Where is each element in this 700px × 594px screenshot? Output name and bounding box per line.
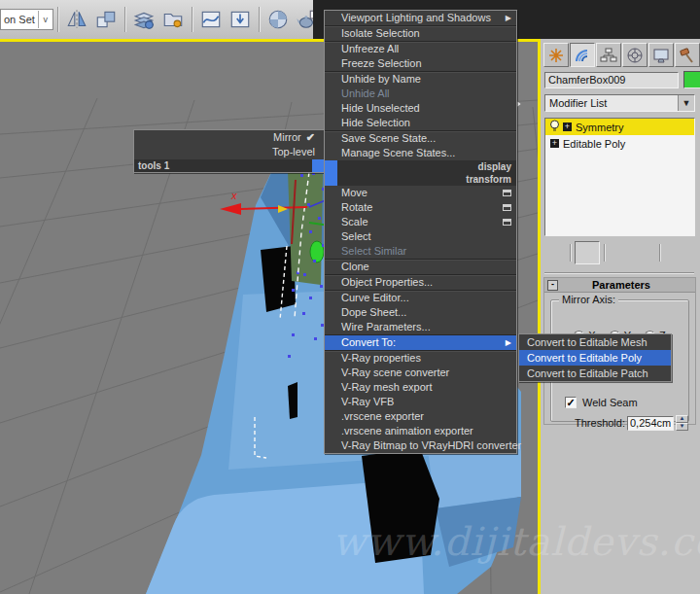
show-end-result-button[interactable]: [575, 241, 600, 264]
collapse-icon[interactable]: -: [547, 280, 558, 291]
settings-dialog-icon[interactable]: [503, 219, 511, 226]
menu-item-unfreeze-all[interactable]: Unfreeze All: [325, 42, 516, 56]
menu-item-move[interactable]: Move: [325, 186, 516, 200]
command-panel-tabs: [543, 43, 700, 67]
remove-modifier-button[interactable]: [632, 242, 655, 263]
menu-item-vrscene-exporter[interactable]: .vrscene exporter: [325, 409, 516, 424]
menu-item-select[interactable]: Select: [325, 229, 516, 244]
menu-item-wire-parameters[interactable]: Wire Parameters...: [325, 320, 516, 335]
named-selection-set-dropdown[interactable]: on Set v: [0, 9, 53, 30]
menu-item-v-ray-bitmap-to-vrayhdri-converter[interactable]: V-Ray Bitmap to VRayHDRI converter: [325, 438, 516, 453]
pin-stack-button[interactable]: [542, 242, 566, 263]
menu-item-object-properties[interactable]: Object Properties...: [325, 275, 516, 291]
spinner-down-icon[interactable]: ▼: [676, 423, 688, 431]
schematic-view-icon[interactable]: [228, 7, 253, 32]
menu-item-hide-unselected[interactable]: Hide Unselected: [325, 101, 516, 116]
modify-tab[interactable]: [570, 43, 595, 67]
axis-label-x: x: [230, 190, 237, 201]
application-window: on Set v: [0, 0, 700, 594]
toolbar-separator: [192, 7, 192, 32]
modifier-list-dropdown[interactable]: Modifier List ▼: [544, 94, 695, 112]
menu-item-vrscene-animation-exporter[interactable]: .vrscene animation exporter: [325, 424, 516, 438]
object-color-swatch[interactable]: [683, 71, 700, 88]
menu-item-v-ray-mesh-export[interactable]: V-Ray mesh export: [325, 380, 516, 395]
threshold-spinner: ▲ ▼: [676, 415, 688, 431]
submenu-item-convert-to-editable-patch[interactable]: Convert to Editable Patch: [519, 366, 671, 381]
parameters-rollout-header[interactable]: - Parameters: [544, 278, 695, 293]
menu-item-mirror[interactable]: Mirror✔: [134, 130, 325, 145]
bulb-icon[interactable]: [545, 120, 561, 135]
expand-plus-icon[interactable]: +: [563, 122, 572, 131]
toolbar-separator: [259, 7, 260, 32]
hierarchy-tab[interactable]: [596, 43, 621, 67]
submenu-arrow-icon: ▶: [506, 335, 511, 350]
modifier-label: Symmetry: [576, 122, 624, 133]
configure-modifier-sets-button[interactable]: [664, 242, 687, 263]
menu-item-v-ray-vfb[interactable]: V-Ray VFB: [325, 395, 516, 409]
menu-item-top-level[interactable]: Top-level: [134, 145, 325, 159]
expand-plus-icon[interactable]: +: [550, 139, 559, 148]
weld-seam-row: ✓ Weld Seam: [565, 397, 638, 408]
mirror-icon[interactable]: [64, 7, 89, 32]
shadow-gap: [261, 246, 296, 312]
threshold-field[interactable]: [627, 416, 674, 431]
object-name-field[interactable]: [544, 72, 679, 88]
settings-dialog-icon[interactable]: [503, 204, 511, 211]
material-editor-icon[interactable]: [265, 7, 291, 32]
menu-item-viewport-lighting-and-shadows[interactable]: Viewport Lighting and Shadows▶: [325, 11, 516, 26]
menu-item-manage-scene-states[interactable]: Manage Scene States...: [325, 146, 516, 160]
weld-seam-checkbox[interactable]: ✓: [565, 397, 577, 408]
rollout-title: Parameters: [561, 279, 682, 291]
settings-dialog-icon[interactable]: [503, 190, 511, 196]
display-tab[interactable]: [648, 43, 674, 67]
modifier-list-label: Modifier List: [545, 97, 678, 109]
menu-item-rotate[interactable]: Rotate: [325, 200, 516, 215]
quad-center-square: [325, 160, 337, 173]
chevron-down-icon[interactable]: v: [38, 11, 52, 28]
menu-item-dope-sheet[interactable]: Dope Sheet...: [325, 305, 516, 320]
menu-item-clone[interactable]: Clone: [325, 260, 516, 275]
layer-manager-icon[interactable]: [131, 7, 157, 32]
menu-item-hide-selection[interactable]: Hide Selection: [325, 116, 516, 131]
menu-item-unhide-by-name[interactable]: Unhide by Name: [325, 72, 516, 87]
menu-item-freeze-selection[interactable]: Freeze Selection: [325, 56, 516, 72]
panel-divider: [544, 272, 694, 274]
create-tab[interactable]: [543, 43, 569, 67]
modifier-stack-item-editable-poly[interactable]: +Editable Poly: [545, 135, 694, 152]
menu-item-select-similar: Select Similar: [325, 244, 516, 260]
menu-item-scale[interactable]: Scale: [325, 215, 516, 229]
modifier-label: Editable Poly: [563, 138, 625, 150]
menu-item-curve-editor[interactable]: Curve Editor...: [325, 291, 516, 305]
threshold-row: Threshold: ▲ ▼: [551, 415, 688, 431]
toolbar-separator: [57, 7, 58, 32]
object-name-row: [544, 71, 700, 88]
menu-item-isolate-selection[interactable]: Isolate Selection: [325, 26, 516, 42]
make-unique-button[interactable]: [609, 242, 632, 263]
curve-editor-icon[interactable]: [198, 7, 224, 32]
convert-to-submenu: Convert to Editable MeshConvert to Edita…: [518, 333, 672, 382]
menu-item-v-ray-scene-converter[interactable]: V-Ray scene converter: [325, 366, 516, 380]
quad-header-tools: tools 1: [134, 159, 325, 172]
modifier-stack-item-symmetry[interactable]: +Symmetry: [545, 119, 694, 135]
chevron-down-icon[interactable]: ▼: [678, 95, 694, 111]
toolbar-separator: [604, 244, 605, 262]
threshold-label: Threshold:: [551, 417, 625, 429]
submenu-item-convert-to-editable-poly[interactable]: Convert to Editable Poly: [519, 350, 671, 366]
menu-item-save-scene-state[interactable]: Save Scene State...: [325, 131, 516, 146]
mirror-axis-label: Mirror Axis:: [559, 294, 618, 305]
gizmo-x-arrowhead[interactable]: [220, 203, 241, 215]
spinner-up-icon[interactable]: ▲: [676, 415, 688, 423]
toolbar-separator: [659, 244, 660, 262]
context-menu: Viewport Lighting and Shadows▶Isolate Se…: [324, 10, 517, 454]
submenu-item-convert-to-editable-mesh[interactable]: Convert to Editable Mesh: [519, 334, 671, 350]
command-panel: Modifier List ▼ +Symmetry+Editable Poly …: [541, 39, 700, 594]
scene-explorer-icon[interactable]: [160, 7, 186, 32]
menu-item-v-ray-properties[interactable]: V-Ray properties: [325, 351, 516, 366]
menu-item-convert-to[interactable]: Convert To:▶: [325, 335, 516, 351]
align-icon[interactable]: [93, 7, 119, 32]
motion-tab[interactable]: [622, 43, 648, 67]
quad-header-transform: transform: [325, 173, 516, 186]
menu-item-unhide-all: Unhide All: [325, 87, 516, 101]
quad-header-display: display: [325, 160, 516, 173]
utilities-tab[interactable]: [675, 43, 700, 67]
